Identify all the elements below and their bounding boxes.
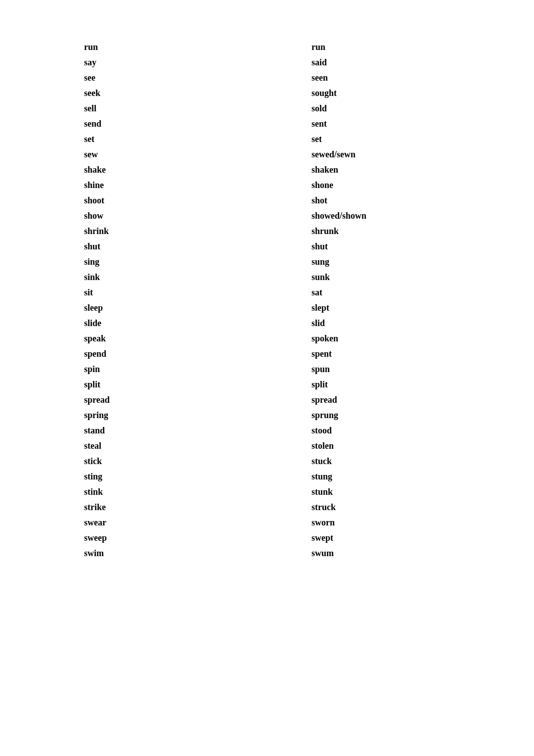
base-form: spend: [84, 349, 312, 359]
word-row: sweepswept: [84, 530, 534, 546]
word-row: saysaid: [84, 55, 534, 70]
word-row: shakeshaken: [84, 162, 534, 178]
word-row: stingstung: [84, 469, 534, 484]
past-form: seen: [312, 73, 328, 83]
word-row: standstood: [84, 423, 534, 438]
base-form: sweep: [84, 533, 312, 543]
past-form: slid: [312, 318, 325, 329]
base-form: send: [84, 119, 312, 129]
past-form: shut: [312, 241, 328, 252]
past-form: shone: [312, 180, 333, 190]
past-form: shaken: [312, 165, 338, 175]
base-form: stand: [84, 425, 312, 436]
past-form: slept: [312, 303, 329, 313]
past-form: sat: [312, 287, 322, 298]
past-form: spoken: [312, 333, 338, 344]
past-form: shrunk: [312, 226, 339, 236]
base-form: seek: [84, 88, 312, 98]
word-row: sewsewed/sewn: [84, 147, 534, 162]
base-form: sleep: [84, 303, 312, 313]
base-form: spring: [84, 410, 312, 421]
past-form: sent: [312, 119, 327, 129]
word-row: stickstuck: [84, 454, 534, 469]
past-form: spread: [312, 395, 337, 405]
word-row: runrun: [84, 40, 534, 55]
past-form: stolen: [312, 441, 334, 451]
past-form: swept: [312, 533, 333, 543]
past-form: struck: [312, 502, 336, 513]
past-form: swum: [312, 548, 334, 559]
base-form: steal: [84, 441, 312, 451]
word-row: speakspoken: [84, 331, 534, 346]
past-form: sought: [312, 88, 337, 98]
past-form: showed/shown: [312, 211, 366, 221]
past-form: sung: [312, 257, 329, 267]
word-row: stinkstunk: [84, 484, 534, 500]
base-form: stink: [84, 487, 312, 497]
base-form: sing: [84, 257, 312, 267]
base-form: stick: [84, 456, 312, 467]
base-form: set: [84, 134, 312, 144]
word-row: shrinkshrunk: [84, 224, 534, 239]
word-row: spendspent: [84, 346, 534, 362]
base-form: sting: [84, 472, 312, 482]
word-row: sinksunk: [84, 270, 534, 285]
past-form: sold: [312, 103, 327, 114]
word-row: shineshone: [84, 178, 534, 193]
word-list: runrunsaysaidseeseenseeksoughtsellsoldse…: [0, 40, 534, 561]
word-row: setset: [84, 132, 534, 147]
past-form: sunk: [312, 272, 330, 283]
base-form: swear: [84, 518, 312, 528]
past-form: sewed/sewn: [312, 149, 356, 160]
base-form: spread: [84, 395, 312, 405]
word-row: strikestruck: [84, 500, 534, 515]
base-form: shut: [84, 241, 312, 252]
past-form: shot: [312, 195, 327, 206]
past-form: stuck: [312, 456, 332, 467]
word-row: seeseen: [84, 70, 534, 86]
base-form: split: [84, 379, 312, 390]
word-row: sellsold: [84, 101, 534, 116]
base-form: strike: [84, 502, 312, 513]
word-row: springsprung: [84, 408, 534, 423]
base-form: see: [84, 73, 312, 83]
past-form: run: [312, 42, 325, 52]
base-form: swim: [84, 548, 312, 559]
past-form: said: [312, 57, 327, 68]
base-form: say: [84, 57, 312, 68]
word-row: shutshut: [84, 239, 534, 254]
word-row: shootshot: [84, 193, 534, 208]
base-form: run: [84, 42, 312, 52]
past-form: stood: [312, 425, 332, 436]
past-form: sprung: [312, 410, 338, 421]
base-form: speak: [84, 333, 312, 344]
word-row: swearsworn: [84, 515, 534, 530]
past-form: set: [312, 134, 322, 144]
base-form: slide: [84, 318, 312, 329]
word-row: slideslid: [84, 316, 534, 331]
past-form: spun: [312, 364, 330, 375]
word-row: sendsent: [84, 116, 534, 132]
base-form: sit: [84, 287, 312, 298]
past-form: split: [312, 379, 328, 390]
word-row: spinspun: [84, 362, 534, 377]
past-form: sworn: [312, 518, 335, 528]
base-form: sell: [84, 103, 312, 114]
word-row: spreadspread: [84, 392, 534, 408]
base-form: spin: [84, 364, 312, 375]
base-form: shoot: [84, 195, 312, 206]
base-form: show: [84, 211, 312, 221]
word-row: stealstolen: [84, 438, 534, 454]
word-row: splitsplit: [84, 377, 534, 392]
past-form: spent: [312, 349, 332, 359]
word-row: seeksought: [84, 86, 534, 101]
word-row: sitsat: [84, 285, 534, 300]
base-form: shine: [84, 180, 312, 190]
base-form: shake: [84, 165, 312, 175]
word-row: showshowed/shown: [84, 208, 534, 224]
word-row: swimswum: [84, 546, 534, 561]
base-form: shrink: [84, 226, 312, 236]
past-form: stung: [312, 472, 332, 482]
word-row: sleepslept: [84, 300, 534, 316]
past-form: stunk: [312, 487, 333, 497]
